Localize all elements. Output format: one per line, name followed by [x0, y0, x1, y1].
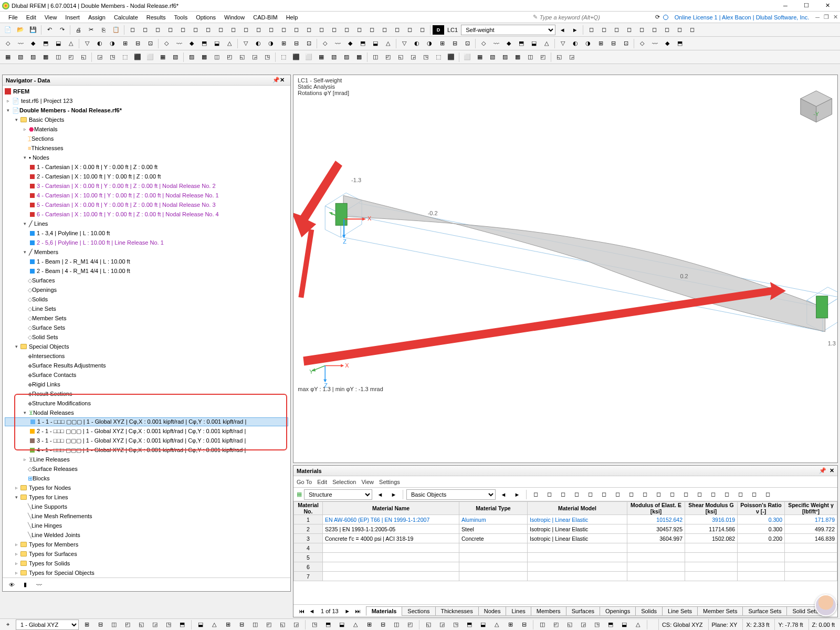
toolbar2-btn-2[interactable]: ◆ — [27, 38, 39, 49]
toolbar2-btn-51[interactable]: ⬒ — [674, 38, 686, 49]
toolbar3-btn-39[interactable]: ▩ — [512, 51, 523, 63]
status-btn-38[interactable]: ⬓ — [618, 619, 630, 631]
status-btn-30[interactable]: ⊞ — [505, 619, 516, 631]
doc-minimize-button[interactable]: ─ — [815, 14, 820, 20]
toolbar2-btn-23[interactable]: ⊡ — [303, 38, 314, 49]
page-prev[interactable]: ◄ — [307, 606, 317, 616]
cut-button[interactable]: ✂ — [85, 24, 97, 36]
status-btn-21[interactable]: ⊟ — [377, 619, 388, 631]
tab-line-sets[interactable]: Line Sets — [662, 606, 698, 616]
toolbar2-btn-19[interactable]: ◐ — [253, 38, 264, 49]
tree-item[interactable]: ▾• Nodes — [5, 153, 288, 162]
loadcase-select[interactable]: Self-weight — [461, 25, 555, 35]
tree-item[interactable]: ◆ Structure Modifications — [5, 398, 288, 408]
toolbar3-btn-29[interactable]: ◰ — [382, 51, 394, 63]
status-btn-2[interactable]: ◫ — [108, 619, 120, 631]
toolbar3-btn-2[interactable]: ▨ — [27, 51, 39, 63]
mat-tbtn-11[interactable]: ◻ — [680, 489, 691, 500]
status-btn-19[interactable]: △ — [350, 619, 361, 631]
lc-prev-button[interactable]: ◄ — [556, 24, 568, 36]
toolbar2-btn-46[interactable]: ⊟ — [607, 38, 619, 49]
structure-prev[interactable]: ◄ — [374, 489, 386, 500]
status-btn-20[interactable]: ⊞ — [363, 619, 375, 631]
tree-item[interactable]: ◇ Surface Releases — [5, 464, 288, 474]
status-btn-35[interactable]: ◲ — [578, 619, 589, 631]
tree-item[interactable]: ◆ Surface Results Adjustments — [5, 361, 288, 370]
toolbar3-btn-41[interactable]: ◰ — [537, 51, 549, 63]
toolbar2-btn-27[interactable]: ⬒ — [357, 38, 369, 49]
tree-item[interactable]: 2 - Beam | 4 - R_M1 4/4 | L : 10.00 ft — [5, 266, 288, 276]
status-btn-8[interactable]: ⬓ — [195, 619, 206, 631]
toolbar3-btn-21[interactable]: ⬚ — [278, 51, 289, 63]
toolbar2-btn-1[interactable]: 〰 — [15, 38, 26, 49]
toolbar3-btn-14[interactable]: ▨ — [186, 51, 197, 63]
tree-item[interactable]: ╲ Line Mesh Refinements — [5, 511, 288, 521]
tree-item[interactable]: ▹📄 test.rf6 | Project 123 — [5, 96, 288, 106]
toolbar1-btn-7[interactable]: ◻ — [215, 24, 226, 36]
status-btn-24[interactable]: ◱ — [423, 619, 434, 631]
toolbar1-end-0[interactable]: ◻ — [585, 24, 597, 36]
toolbar2-btn-29[interactable]: △ — [382, 38, 394, 49]
toolbar3-btn-27[interactable]: ▩ — [353, 51, 365, 63]
materials-pin-icon[interactable]: 📌 — [819, 467, 826, 474]
cs-select[interactable]: 1 - Global XYZ — [16, 620, 79, 630]
tree-item[interactable]: ▾╱ Lines — [5, 219, 288, 228]
tree-item[interactable]: ▹⬣ Materials — [5, 124, 288, 134]
copy-button[interactable]: ⎘ — [98, 24, 109, 36]
tree-item[interactable]: 2 - Cartesian | X : 10.00 ft | Y : 0.00 … — [5, 172, 288, 181]
toolbar3-btn-0[interactable]: ▦ — [2, 51, 14, 63]
toolbar3-btn-13[interactable]: ▧ — [170, 51, 181, 63]
status-btn-25[interactable]: ◲ — [436, 619, 448, 631]
category-select[interactable]: Basic Objects — [406, 489, 496, 500]
toolbar1-btn-3[interactable]: ◻ — [164, 24, 176, 36]
tree-item[interactable]: ◆ Result Sections — [5, 389, 288, 398]
nav-results-button[interactable]: 〰 — [33, 579, 45, 591]
mat-tbtn-5[interactable]: ◻ — [598, 489, 610, 500]
toolbar2-btn-5[interactable]: △ — [65, 38, 77, 49]
status-btn-0[interactable]: ⊞ — [81, 619, 92, 631]
status-btn-15[interactable]: ◲ — [290, 619, 302, 631]
toolbar1-end-3[interactable]: ◻ — [623, 24, 635, 36]
navigator-tree[interactable]: RFEM▹📄 test.rf6 | Project 123▾📄 Double M… — [3, 86, 290, 578]
mat-tbtn-2[interactable]: ◻ — [557, 489, 569, 500]
toolbar2-btn-28[interactable]: ⬓ — [370, 38, 381, 49]
tree-item[interactable]: 2 - 5,6 | Polyline | L : 10.00 ft | Line… — [5, 238, 288, 247]
menu-options[interactable]: Options — [192, 12, 220, 23]
tree-item[interactable]: 1 - 3,4 | Polyline | L : 10.00 ft — [5, 228, 288, 238]
status-btn-1[interactable]: ⊟ — [94, 619, 106, 631]
toolbar3-btn-5[interactable]: ◰ — [65, 51, 77, 63]
toolbar3-btn-33[interactable]: ⬚ — [433, 51, 444, 63]
toolbar2-btn-3[interactable]: ⬒ — [40, 38, 51, 49]
status-btn-12[interactable]: ◫ — [249, 619, 261, 631]
mat-tbtn-17[interactable]: ◻ — [762, 489, 773, 500]
tab-lines[interactable]: Lines — [506, 606, 531, 616]
toolbar2-btn-26[interactable]: ◆ — [344, 38, 356, 49]
toolbar1-end-6[interactable]: ◻ — [661, 24, 673, 36]
tab-sections[interactable]: Sections — [402, 606, 435, 616]
toolbar1-end-2[interactable]: ◻ — [611, 24, 622, 36]
status-btn-6[interactable]: ◳ — [163, 619, 174, 631]
toolbar3-btn-6[interactable]: ◱ — [78, 51, 89, 63]
tree-item[interactable]: ▾Basic Objects — [5, 115, 288, 124]
navigator-pin-icon[interactable]: 📌 — [272, 77, 280, 84]
tab-solids[interactable]: Solids — [635, 606, 663, 616]
toolbar2-btn-9[interactable]: ⊞ — [119, 38, 131, 49]
toolbar3-btn-8[interactable]: ◳ — [107, 51, 118, 63]
mat-tbtn-13[interactable]: ◻ — [707, 489, 719, 500]
toolbar1-btn-21[interactable]: ◻ — [391, 24, 403, 36]
status-btn-9[interactable]: △ — [208, 619, 220, 631]
close-button[interactable]: ✕ — [817, 0, 838, 12]
tree-item[interactable]: 1 - 1 - □□□ ▢▢▢ | 1 - Global XYZ | Cφ,X … — [5, 417, 288, 426]
toolbar1-btn-14[interactable]: ◻ — [303, 24, 314, 36]
minimize-button[interactable]: ─ — [775, 0, 796, 12]
mat-tbtn-12[interactable]: ◻ — [694, 489, 705, 500]
status-btn-22[interactable]: ◫ — [391, 619, 402, 631]
tree-item[interactable]: 3 - 1 - □□□ ▢▢▢ | 1 - Global XYZ | Cφ,X … — [5, 436, 288, 445]
materials-table[interactable]: Material No.Material NameMaterial TypeMa… — [293, 501, 837, 581]
toolbar2-btn-39[interactable]: ⬒ — [516, 38, 527, 49]
toolbar1-btn-9[interactable]: ◻ — [240, 24, 251, 36]
tree-item[interactable]: 5 - Cartesian | X : 0.00 ft | Y : 0.00 f… — [5, 200, 288, 209]
toolbar3-btn-3[interactable]: ▩ — [40, 51, 51, 63]
menu-view[interactable]: View — [40, 12, 61, 23]
toolbar3-btn-37[interactable]: ▧ — [487, 51, 498, 63]
